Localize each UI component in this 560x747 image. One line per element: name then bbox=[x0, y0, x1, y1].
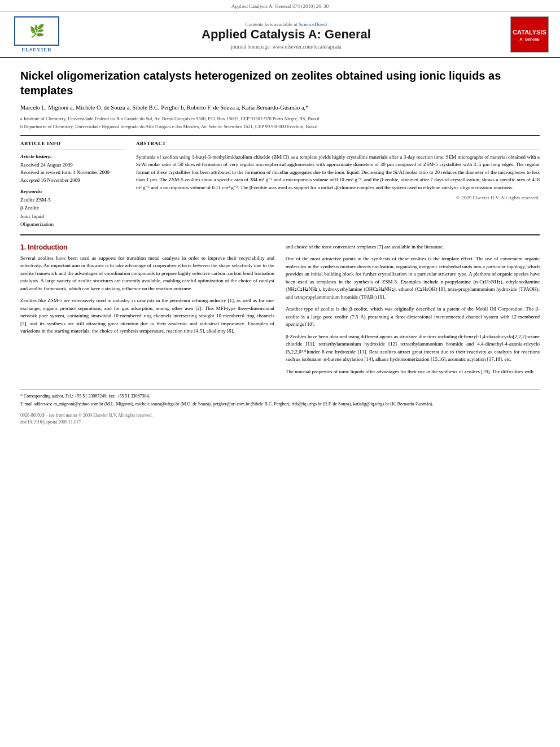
left-col: ARTICLE INFO Article history: Received 2… bbox=[20, 141, 125, 229]
abstract-text: Synthesis of zeolites using 1-butyl-3-me… bbox=[136, 154, 540, 192]
elsevier-logo-box: 🌿 bbox=[14, 16, 59, 46]
journal-header: Applied Catalysis A: General 374 (2010) … bbox=[0, 0, 560, 12]
body-section: 1. Introduction Several zeolites have be… bbox=[20, 243, 540, 381]
copyright-line: © 2009 Elsevier B.V. All rights reserved… bbox=[136, 195, 540, 200]
article-dates: Received 24 August 2009 Received in revi… bbox=[20, 161, 125, 185]
right-col: ABSTRACT Synthesis of zeolites using 1-b… bbox=[136, 141, 540, 229]
intro-para5: Another type of zeolite is the β-zeolite… bbox=[286, 305, 540, 329]
affil-b: b Department of Chemistry, Universidade … bbox=[20, 124, 540, 130]
journal-homepage: journal homepage: www.elsevier.com/locat… bbox=[231, 44, 342, 50]
top-banner: 🌿 ELSEVIER Contents lists available at S… bbox=[0, 12, 560, 58]
article-authors: Marcelo L. Mignoni a, Michèle O. de Souz… bbox=[20, 103, 540, 112]
article-history-label: Article history: bbox=[20, 154, 125, 159]
intro-para2: Zeolites like ZSM-5 are extensively used… bbox=[20, 297, 274, 335]
intro-heading: 1. Introduction bbox=[20, 243, 274, 251]
affiliations: a Institute of Chemistry, Universidade F… bbox=[20, 116, 540, 130]
article-title: Nickel oligomerization catalysts heterog… bbox=[20, 68, 540, 98]
footnotes: * Corresponding author. Tel.: +55 51 330… bbox=[20, 389, 540, 408]
intro-para1: Several zeolites have been used as suppo… bbox=[20, 255, 274, 293]
article-container: Nickel oligomerization catalysts heterog… bbox=[0, 58, 560, 437]
journal-thumb-title: CATALYSIS bbox=[510, 27, 549, 36]
keyword-4: Oligomerization bbox=[20, 220, 125, 228]
body-col-right: and choice of the most convenient templa… bbox=[286, 243, 540, 381]
email-label: E-mail addresses: bbox=[20, 401, 53, 407]
elsevier-text: ELSEVIER bbox=[21, 47, 52, 53]
intro-para6: β-Zeolites have been obtained using diff… bbox=[286, 333, 540, 364]
journal-thumb-sub: A: General bbox=[517, 36, 541, 42]
keyword-2: β-Zeolite bbox=[20, 204, 125, 212]
divider-abstract bbox=[136, 150, 540, 150]
sciencedirect-link[interactable]: ScienceDirect bbox=[299, 21, 327, 27]
divider-bottom bbox=[20, 234, 540, 235]
keywords-list: Zeolite ZSM-5 β-Zeolite Ionic liquid Oli… bbox=[20, 196, 125, 229]
received-date: Received 24 August 2009 bbox=[20, 161, 125, 169]
keywords-label: Keywords: bbox=[20, 189, 125, 194]
intro-para4: One of the most attractive points in the… bbox=[286, 255, 540, 301]
divider-info bbox=[20, 150, 125, 150]
body-cols: 1. Introduction Several zeolites have be… bbox=[20, 243, 540, 381]
article-info-abstract: ARTICLE INFO Article history: Received 2… bbox=[20, 141, 540, 229]
elsevier-logo: 🌿 ELSEVIER bbox=[11, 16, 62, 53]
body-col-left: 1. Introduction Several zeolites have be… bbox=[20, 243, 274, 381]
email-list: m_mignoni@yahoo.com.br (M.L. Mignoni), m… bbox=[54, 401, 434, 407]
doi-line: doi:10.1016/j.apcata.2009.11.017 bbox=[20, 419, 540, 426]
journal-main-title: Applied Catalysis A: General bbox=[202, 27, 371, 42]
divider-top bbox=[20, 135, 540, 136]
contents-line: Contents lists available at ScienceDirec… bbox=[246, 20, 327, 27]
page-wrapper: Applied Catalysis A: General 374 (2010) … bbox=[0, 0, 560, 437]
journal-title-block: Contents lists available at ScienceDirec… bbox=[71, 16, 501, 53]
abstract-section-title: ABSTRACT bbox=[136, 141, 540, 146]
contents-text: Contents lists available at bbox=[246, 21, 298, 27]
received-revised-date: Received in revised form 4 November 2009 bbox=[20, 169, 125, 177]
journal-ref: Applied Catalysis A: General 374 (2010) … bbox=[56, 3, 504, 9]
journal-thumb: CATALYSIS A: General bbox=[510, 16, 549, 53]
keyword-1: Zeolite ZSM-5 bbox=[20, 196, 125, 204]
keyword-3: Ionic liquid bbox=[20, 212, 125, 220]
intro-para7: The unusual properties of ionic liquids … bbox=[286, 368, 540, 376]
accepted-date: Accepted 16 November 2009 bbox=[20, 177, 125, 185]
tree-icon: 🌿 bbox=[29, 24, 45, 38]
issn-line: 0926-860X/$ – see front matter © 2009 El… bbox=[20, 412, 540, 419]
intro-para3: and choice of the most convenient templa… bbox=[286, 243, 540, 251]
bottom-info: 0926-860X/$ – see front matter © 2009 El… bbox=[20, 412, 540, 426]
email-addresses: E-mail addresses: m_mignoni@yahoo.com.br… bbox=[20, 401, 540, 408]
corresponding-author: * Corresponding author. Tel.: +55 51 330… bbox=[20, 393, 540, 400]
article-info-section-title: ARTICLE INFO bbox=[20, 141, 125, 146]
affil-a: a Institute of Chemistry, Universidade F… bbox=[20, 116, 540, 123]
journal-ref-block: Applied Catalysis A: General 374 (2010) … bbox=[56, 3, 504, 9]
